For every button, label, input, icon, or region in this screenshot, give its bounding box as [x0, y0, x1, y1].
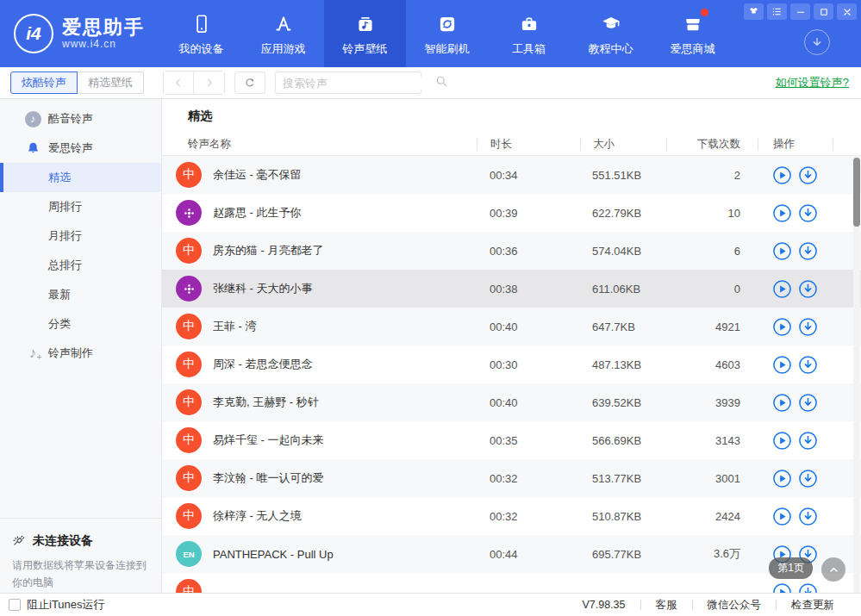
ringtone-name: 徐梓淳 - 无人之境: [213, 508, 302, 524]
ringtone-duration: 00:40: [477, 396, 580, 409]
play-button[interactable]: [772, 355, 792, 375]
download-manager-button[interactable]: [804, 29, 830, 55]
theme-icon[interactable]: [744, 3, 764, 20]
search-icon[interactable]: [434, 74, 449, 91]
main-nav: 我的设备 应用游戏 铃声壁纸 智能刷机 工具箱: [160, 0, 733, 67]
ringtone-category-icon: [176, 276, 202, 302]
table-row[interactable]: 中 易烊千玺 - 一起向未来 00:35 566.69KB 3143: [162, 421, 861, 459]
sidebar-item-ringtone-maker[interactable]: ♪+ 铃声制作: [0, 339, 161, 368]
download-button[interactable]: [798, 393, 818, 413]
ringtone-size: 574.04KB: [580, 245, 666, 258]
nav-item-smart-flash[interactable]: 智能刷机: [406, 0, 488, 67]
download-button[interactable]: [798, 469, 818, 488]
ringtone-category-icon: [176, 200, 202, 226]
ringtone-downloads: 6: [666, 245, 758, 258]
download-button[interactable]: [798, 241, 818, 261]
nav-item-toolbox[interactable]: 工具箱: [488, 0, 570, 67]
sidebar-item-label: 精选: [48, 170, 71, 185]
check-update-link[interactable]: 检查更新: [777, 598, 849, 613]
play-button[interactable]: [772, 393, 792, 413]
sidebar-item-kuyin-ringtones[interactable]: ♪ 酷音铃声: [0, 104, 161, 134]
play-button[interactable]: [772, 469, 792, 488]
sidebar-item-newest[interactable]: 最新: [0, 280, 161, 309]
download-button[interactable]: [798, 165, 818, 185]
statusbar-right: V7.98.35 客服 微信公众号 检查更新: [567, 598, 849, 613]
download-button[interactable]: [798, 355, 818, 375]
table-header: 铃声名称 时长 大小 下载次数 操作: [162, 134, 861, 156]
tab-cool-ringtones[interactable]: 炫酷铃声: [10, 72, 78, 94]
forward-button[interactable]: [194, 72, 224, 94]
minimize-icon[interactable]: [790, 3, 810, 20]
download-button[interactable]: [798, 317, 818, 337]
nav-item-apps-games[interactable]: 应用游戏: [242, 0, 324, 67]
table-row[interactable]: 张继科 - 天大的小事 00:38 611.06KB 0: [162, 270, 861, 308]
nav-item-my-device[interactable]: 我的设备: [160, 0, 242, 67]
table-row[interactable]: 中 余佳运 - 毫不保留 00:34 551.51KB 2: [162, 156, 861, 194]
play-button[interactable]: [772, 241, 792, 261]
table-row[interactable]: 中 王菲 - 湾 00:40 647.7KB 4921: [162, 308, 861, 345]
nav-item-label: 我的设备: [179, 41, 224, 57]
ringtone-downloads: 3.6万: [666, 546, 758, 562]
menu-icon[interactable]: [767, 3, 787, 20]
sidebar-item-categories[interactable]: 分类: [0, 309, 161, 339]
how-to-set-ringtone-link[interactable]: 如何设置铃声?: [776, 75, 849, 90]
scrollbar-thumb[interactable]: [853, 158, 860, 227]
checkbox-icon[interactable]: [9, 599, 21, 611]
sidebar-item-aisi-ringtones[interactable]: 爱思铃声: [0, 134, 161, 163]
sidebar-item-weekly-ranking[interactable]: 周排行: [0, 192, 161, 221]
table-row[interactable]: EN PANTHEPACK - Pull Up 00:44 695.77KB 3…: [162, 535, 861, 573]
play-button[interactable]: [772, 582, 792, 594]
sidebar-item-monthly-ranking[interactable]: 月排行: [0, 221, 161, 251]
play-button[interactable]: [772, 279, 792, 299]
nav-item-store[interactable]: 爱思商城: [652, 0, 733, 67]
app-header: i4 爱思助手 www.i4.cn 我的设备 应用游戏 铃声壁纸: [0, 0, 861, 67]
download-button[interactable]: [798, 431, 818, 451]
nav-item-ringtone-wallpaper[interactable]: 铃声壁纸: [324, 0, 406, 67]
scroll-to-top-button[interactable]: [821, 557, 845, 582]
sidebar-item-total-ranking[interactable]: 总排行: [0, 251, 161, 280]
ringtone-category-icon: 中: [176, 162, 202, 188]
download-button[interactable]: [798, 203, 818, 223]
play-button[interactable]: [772, 317, 792, 337]
app-games-icon: [272, 11, 295, 35]
download-button[interactable]: [798, 279, 818, 299]
table-row[interactable]: 中 徐梓淳 - 无人之境 00:32 510.87KB 2424: [162, 497, 861, 535]
maximize-icon[interactable]: [814, 3, 833, 20]
table-row[interactable]: 中 房东的猫 - 月亮都老了 00:36 574.04KB 6: [162, 232, 861, 270]
ringtone-category-icon: 中: [176, 579, 202, 593]
window-controls: [744, 3, 857, 20]
sidebar-item-featured[interactable]: 精选: [0, 163, 161, 192]
play-button[interactable]: [772, 203, 792, 223]
ringtone-size: 622.79KB: [580, 207, 666, 220]
table-row[interactable]: 中: [162, 573, 861, 593]
download-button[interactable]: [798, 582, 818, 594]
table-row[interactable]: 中 李克勤, 王赫野 - 秒针 00:40 639.52KB 3939: [162, 383, 861, 421]
ringtone-size: 647.7KB: [580, 320, 666, 333]
app-title: 爱思助手: [62, 17, 145, 38]
close-icon[interactable]: [837, 3, 857, 20]
section-title: 精选: [162, 99, 861, 134]
customer-service-link[interactable]: 客服: [641, 598, 692, 613]
store-icon: [682, 11, 704, 35]
ringtone-category-icon: 中: [176, 427, 202, 453]
refresh-button[interactable]: [234, 72, 265, 94]
ringtone-downloads: 2: [666, 169, 758, 182]
table-row[interactable]: 赵露思 - 此生予你 00:39 622.79KB 10: [162, 194, 861, 232]
back-button[interactable]: [164, 72, 194, 94]
play-button[interactable]: [772, 165, 792, 185]
tab-featured-wallpapers[interactable]: 精选壁纸: [77, 72, 144, 94]
play-button[interactable]: [772, 507, 792, 526]
nav-item-tutorial-center[interactable]: 教程中心: [570, 0, 652, 67]
table-row[interactable]: 中 周深 - 若思念便思念 00:30 487.13KB 4603: [162, 345, 861, 383]
table-row[interactable]: 中 李汶翰 - 唯一认可的爱 00:32 513.77KB 3001: [162, 459, 861, 497]
ringtone-downloads: 3001: [666, 472, 758, 485]
col-ringtone-name: 铃声名称: [176, 138, 477, 151]
download-button[interactable]: [798, 507, 818, 526]
play-button[interactable]: [772, 431, 792, 451]
block-itunes-checkbox[interactable]: 阻止iTunes运行: [9, 597, 105, 613]
search-input[interactable]: [283, 77, 434, 90]
ringtone-duration: 00:44: [477, 548, 580, 561]
wechat-official-link[interactable]: 微信公众号: [693, 598, 777, 613]
sidebar-item-label: 总排行: [48, 258, 82, 273]
music-note-plus-icon: ♪+: [24, 345, 41, 362]
